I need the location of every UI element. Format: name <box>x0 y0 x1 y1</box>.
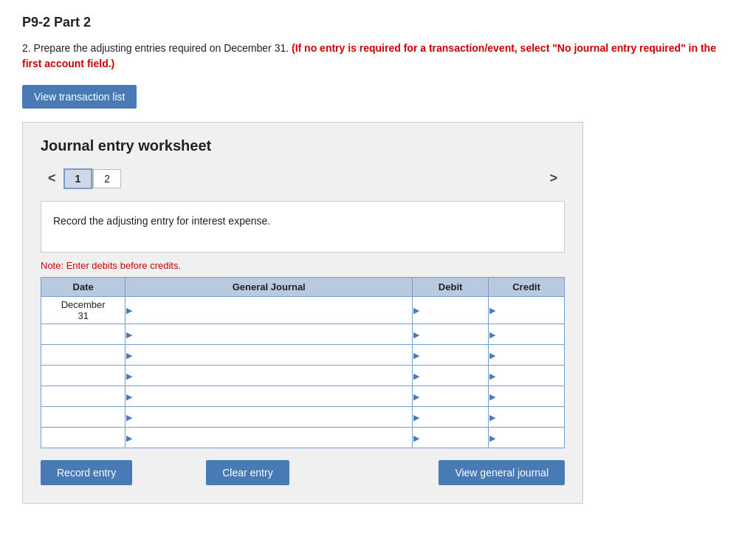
gj-cell[interactable]: ▶ <box>126 428 413 448</box>
worksheet-title: Journal entry worksheet <box>41 137 565 154</box>
prev-arrow[interactable]: < <box>41 168 63 189</box>
gj-input[interactable] <box>126 366 412 386</box>
debit-cell[interactable]: ▶ <box>413 324 489 345</box>
entry-instruction-box: Record the adjusting entry for interest … <box>41 201 565 253</box>
debit-arrow-indicator: ▶ <box>413 306 419 315</box>
debit-cell[interactable]: ▶ <box>413 428 489 448</box>
debit-arrow-indicator: ▶ <box>413 350 419 360</box>
button-row: Record entry Clear entry View general jo… <box>41 460 565 485</box>
note-text: Note: Enter debits before credits. <box>41 260 565 271</box>
credit-input[interactable] <box>489 345 564 365</box>
debit-input[interactable] <box>413 366 488 386</box>
debit-input[interactable] <box>413 386 488 406</box>
credit-input[interactable] <box>489 428 564 448</box>
record-entry-button[interactable]: Record entry <box>41 460 132 485</box>
debit-arrow-indicator: ▶ <box>413 412 419 422</box>
debit-cell[interactable]: ▶ <box>413 345 489 366</box>
gj-input[interactable] <box>126 345 412 365</box>
gj-cell[interactable]: ▶ <box>126 297 413 324</box>
debit-input[interactable] <box>413 428 488 448</box>
gj-input[interactable] <box>126 407 412 427</box>
clear-entry-button[interactable]: Clear entry <box>206 460 289 485</box>
credit-input[interactable] <box>489 366 564 386</box>
credit-input[interactable] <box>489 386 564 406</box>
tab-navigation: < 1 2 > <box>41 168 565 189</box>
credit-input[interactable] <box>489 297 564 323</box>
credit-cell[interactable]: ▶ <box>489 324 565 345</box>
gj-cell[interactable]: ▶ <box>126 366 413 386</box>
credit-input[interactable] <box>489 324 564 344</box>
date-cell: December 31 <box>41 297 126 324</box>
credit-cell[interactable]: ▶ <box>489 297 565 324</box>
debit-arrow-indicator: ▶ <box>413 371 419 380</box>
credit-arrow-indicator: ▶ <box>489 433 495 442</box>
credit-arrow-indicator: ▶ <box>489 412 495 422</box>
date-cell <box>41 407 126 428</box>
col-header-date: Date <box>41 278 126 297</box>
instructions: 2. Prepare the adjusting entries require… <box>22 41 734 72</box>
credit-arrow-indicator: ▶ <box>489 371 495 380</box>
entry-instruction-text: Record the adjusting entry for interest … <box>53 215 270 227</box>
debit-arrow-indicator: ▶ <box>413 391 419 401</box>
credit-cell[interactable]: ▶ <box>489 386 565 407</box>
next-arrow[interactable]: > <box>542 168 565 189</box>
col-header-credit: Credit <box>489 278 565 297</box>
debit-cell[interactable]: ▶ <box>413 386 489 407</box>
debit-input[interactable] <box>413 407 488 427</box>
gj-arrow-indicator: ▶ <box>126 371 132 380</box>
credit-cell[interactable]: ▶ <box>489 345 565 366</box>
table-row: December 31▶▶▶ <box>41 297 565 324</box>
credit-cell[interactable]: ▶ <box>489 428 565 448</box>
date-cell <box>41 324 126 345</box>
worksheet-container: Journal entry worksheet < 1 2 > Record t… <box>22 122 583 504</box>
debit-input[interactable] <box>413 297 488 323</box>
gj-arrow-indicator: ▶ <box>126 350 132 360</box>
gj-arrow-indicator: ▶ <box>126 433 132 442</box>
debit-cell[interactable]: ▶ <box>413 297 489 324</box>
gj-arrow-indicator: ▶ <box>126 329 132 339</box>
instructions-prefix: 2. Prepare the adjusting entries require… <box>22 42 289 54</box>
credit-arrow-indicator: ▶ <box>489 391 495 401</box>
credit-arrow-indicator: ▶ <box>489 350 495 360</box>
gj-input[interactable] <box>126 324 412 344</box>
col-header-gj: General Journal <box>126 278 413 297</box>
gj-input[interactable] <box>126 386 412 406</box>
date-cell <box>41 428 126 448</box>
gj-cell[interactable]: ▶ <box>126 407 413 428</box>
debit-input[interactable] <box>413 345 488 365</box>
view-general-journal-button[interactable]: View general journal <box>439 460 565 485</box>
page-title: P9-2 Part 2 <box>22 15 734 30</box>
table-row: ▶▶▶ <box>41 366 565 386</box>
credit-cell[interactable]: ▶ <box>489 366 565 386</box>
col-header-debit: Debit <box>413 278 489 297</box>
tab-1[interactable]: 1 <box>63 168 93 189</box>
table-row: ▶▶▶ <box>41 386 565 407</box>
gj-arrow-indicator: ▶ <box>126 306 132 315</box>
debit-arrow-indicator: ▶ <box>413 433 419 442</box>
gj-cell[interactable]: ▶ <box>126 345 413 366</box>
credit-cell[interactable]: ▶ <box>489 407 565 428</box>
gj-cell[interactable]: ▶ <box>126 386 413 407</box>
gj-arrow-indicator: ▶ <box>126 412 132 422</box>
debit-cell[interactable]: ▶ <box>413 407 489 428</box>
table-row: ▶▶▶ <box>41 428 565 448</box>
debit-cell[interactable]: ▶ <box>413 366 489 386</box>
credit-input[interactable] <box>489 407 564 427</box>
table-row: ▶▶▶ <box>41 345 565 366</box>
journal-table: Date General Journal Debit Credit Decemb… <box>41 277 565 448</box>
date-cell <box>41 386 126 407</box>
debit-input[interactable] <box>413 324 488 344</box>
tab-2[interactable]: 2 <box>93 169 121 188</box>
gj-input[interactable] <box>126 428 412 448</box>
gj-input[interactable] <box>126 297 412 323</box>
view-transaction-button[interactable]: View transaction list <box>22 85 137 109</box>
table-row: ▶▶▶ <box>41 324 565 345</box>
table-row: ▶▶▶ <box>41 407 565 428</box>
credit-arrow-indicator: ▶ <box>489 306 495 315</box>
debit-arrow-indicator: ▶ <box>413 329 419 339</box>
gj-arrow-indicator: ▶ <box>126 391 132 401</box>
credit-arrow-indicator: ▶ <box>489 329 495 339</box>
gj-cell[interactable]: ▶ <box>126 324 413 345</box>
date-cell <box>41 345 126 366</box>
date-cell <box>41 366 126 386</box>
